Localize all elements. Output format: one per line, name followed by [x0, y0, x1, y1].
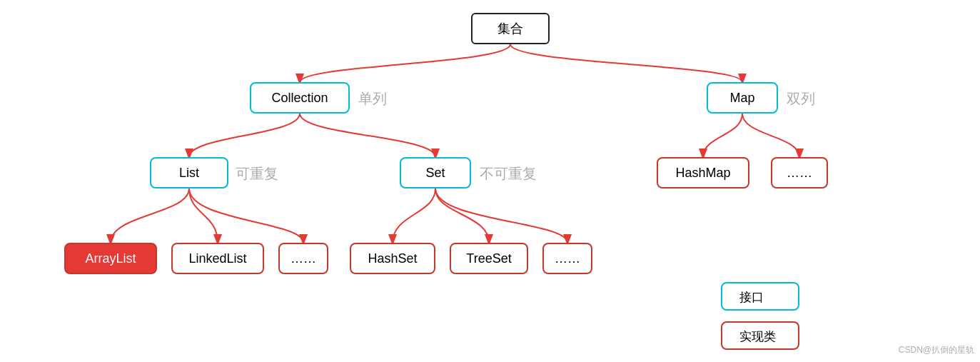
- node-treeset: TreeSet: [450, 243, 528, 274]
- node-dotdot-list: ……: [278, 243, 328, 274]
- node-set: Set: [400, 157, 471, 188]
- node-dotdot-set: ……: [542, 243, 592, 274]
- node-arraylist: ArrayList: [64, 243, 157, 274]
- node-dotdot-map: ……: [771, 157, 828, 188]
- legend-impl: 实现类: [721, 321, 799, 350]
- label-repeatable: 可重复: [236, 164, 278, 183]
- watermark: CSDN@扒倒的星轨: [899, 344, 974, 356]
- label-nonrepeatable: 不可重复: [480, 164, 537, 183]
- label-double: 双列: [787, 89, 815, 109]
- node-collection: Collection: [250, 82, 350, 114]
- node-hashset: HashSet: [350, 243, 435, 274]
- node-hashmap: HashMap: [657, 157, 749, 188]
- legend-interface: 接口: [721, 282, 799, 311]
- node-list: List: [150, 157, 228, 188]
- node-linkedlist: LinkedList: [171, 243, 264, 274]
- node-map: Map: [707, 82, 778, 114]
- diagram: 集合 Collection 单列 Map 双列 List 可重复 Set 不可重…: [0, 0, 980, 362]
- label-single: 单列: [358, 89, 387, 109]
- node-root: 集合: [471, 13, 550, 44]
